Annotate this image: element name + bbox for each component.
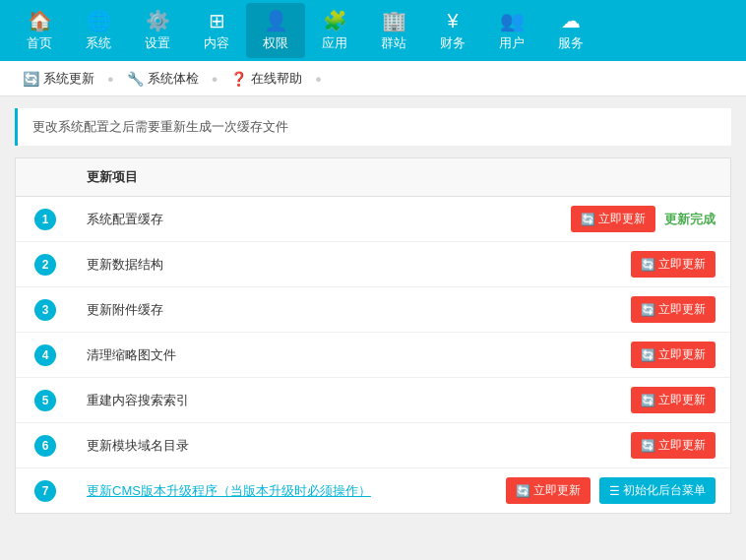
update-icon: 🔄 [581,213,595,226]
home-icon: 🏠 [28,9,52,32]
row-name-cell: 系统配置缓存 [75,197,446,242]
table-row: 4清理缩略图文件🔄 立即更新 [16,333,730,378]
row-name-cell: 更新数据结构 [75,242,446,287]
row-number: 1 [34,209,56,230]
row-name-link[interactable]: 更新CMS版本升级程序（当版本升级时必须操作） [87,483,371,498]
help-icon: ❓ [230,71,247,87]
subnav-sep-3: ● [315,73,322,85]
row-name-cell: 更新模块域名目录 [75,423,446,468]
row-num-cell: 7 [16,468,75,514]
user-icon: 👥 [500,9,525,32]
permission-icon: 👤 [264,9,288,32]
content-icon: ⊞ [209,9,225,32]
nav-finance[interactable]: ¥ 财务 [423,3,482,58]
menu-icon: ☰ [609,484,620,498]
col-action [446,158,730,197]
row-action-cell: 🔄 立即更新☰ 初始化后台菜单 [446,468,730,514]
row-number: 4 [34,344,56,366]
row-name-cell: 更新CMS版本升级程序（当版本升级时必须操作） [75,468,446,514]
subnav-online-help[interactable]: ❓ 在线帮助 [222,66,310,92]
row-num-cell: 5 [16,378,75,423]
row-number: 3 [34,299,56,321]
table-row: 3更新附件缓存🔄 立即更新 [16,287,730,333]
row-name-cell: 更新附件缓存 [75,287,446,333]
nav-service[interactable]: ☁ 服务 [541,3,600,58]
sub-nav: 🔄 系统更新 ● 🔧 系统体检 ● ❓ 在线帮助 ● [0,61,746,96]
finance-icon: ¥ [447,10,458,32]
row-number: 6 [34,435,56,457]
row-action-cell: 🔄 立即更新 [446,423,730,468]
app-icon: 🧩 [323,9,347,32]
system-icon: 🌐 [87,9,111,32]
row-action-cell: 🔄 立即更新 [446,378,730,423]
subnav-sep-2: ● [212,73,218,85]
update-icon: 🔄 [641,394,655,407]
nav-user[interactable]: 👥 用户 [482,3,541,58]
row-number: 7 [34,480,56,502]
row-action-cell: 🔄 立即更新 [446,242,730,287]
row-name-cell: 清理缩略图文件 [75,333,446,378]
update-icon: 🔄 [641,303,655,317]
update-icon: 🔄 [641,348,655,362]
subnav-sys-update[interactable]: 🔄 系统更新 [15,66,102,92]
nav-multisite[interactable]: 🏢 群站 [364,3,423,58]
alert-bar: 更改系统配置之后需要重新生成一次缓存文件 [15,108,731,146]
update-button[interactable]: 🔄 立即更新 [571,206,655,232]
action-buttons: 🔄 立即更新☰ 初始化后台菜单 [458,477,715,504]
nav-permission[interactable]: 👤 权限 [246,3,305,58]
init-button[interactable]: ☰ 初始化后台菜单 [599,477,715,504]
row-name-cell: 重建内容搜索索引 [75,378,446,423]
refresh-icon: 🔄 [23,71,39,87]
row-num-cell: 2 [16,242,75,287]
service-icon: ☁ [561,9,581,32]
nav-app[interactable]: 🧩 应用 [305,3,364,58]
nav-system[interactable]: 🌐 系统 [69,3,128,58]
update-button[interactable]: 🔄 立即更新 [506,477,591,504]
wrench-icon: 🔧 [127,71,144,87]
top-nav: 🏠 首页 🌐 系统 ⚙️ 设置 ⊞ 内容 👤 权限 🧩 应用 🏢 群站 ¥ 财务… [0,0,746,61]
subnav-sep-1: ● [107,73,114,85]
row-num-cell: 4 [16,333,75,378]
row-num-cell: 6 [16,423,75,468]
table-row: 5重建内容搜索索引🔄 立即更新 [16,378,730,423]
nav-home[interactable]: 🏠 首页 [10,3,69,58]
row-number: 2 [34,254,56,276]
action-buttons: 🔄 立即更新 [458,251,715,278]
nav-content[interactable]: ⊞ 内容 [187,3,246,58]
update-button[interactable]: 🔄 立即更新 [631,432,715,459]
settings-icon: ⚙️ [146,9,170,32]
col-num [16,158,75,197]
row-num-cell: 3 [16,287,75,333]
update-table: 更新项目 1系统配置缓存🔄 立即更新更新完成2更新数据结构🔄 立即更新3更新附件… [16,158,730,513]
row-action-cell: 🔄 立即更新 [446,333,730,378]
row-num-cell: 1 [16,197,75,242]
status-badge: 更新完成 [664,211,715,228]
update-button[interactable]: 🔄 立即更新 [631,342,715,368]
table-header-row: 更新项目 [16,158,730,197]
action-buttons: 🔄 立即更新更新完成 [458,206,715,232]
update-button[interactable]: 🔄 立即更新 [631,296,715,323]
action-buttons: 🔄 立即更新 [458,296,715,323]
subnav-sys-check[interactable]: 🔧 系统体检 [119,66,207,92]
nav-settings[interactable]: ⚙️ 设置 [128,3,187,58]
update-icon: 🔄 [641,258,655,272]
action-buttons: 🔄 立即更新 [458,432,715,459]
table-row: 2更新数据结构🔄 立即更新 [16,242,730,287]
table-row: 6更新模块域名目录🔄 立即更新 [16,423,730,468]
main-content: 更新项目 1系统配置缓存🔄 立即更新更新完成2更新数据结构🔄 立即更新3更新附件… [15,157,731,514]
update-button[interactable]: 🔄 立即更新 [631,251,715,278]
multisite-icon: 🏢 [382,9,406,32]
update-icon: 🔄 [516,484,530,498]
action-buttons: 🔄 立即更新 [458,387,715,413]
action-buttons: 🔄 立即更新 [458,342,715,368]
row-action-cell: 🔄 立即更新更新完成 [446,197,730,242]
col-name: 更新项目 [75,158,446,197]
table-row: 7更新CMS版本升级程序（当版本升级时必须操作）🔄 立即更新☰ 初始化后台菜单 [16,468,730,514]
row-number: 5 [34,390,56,411]
update-button[interactable]: 🔄 立即更新 [631,387,715,413]
row-action-cell: 🔄 立即更新 [446,287,730,333]
table-row: 1系统配置缓存🔄 立即更新更新完成 [16,197,730,242]
update-icon: 🔄 [641,439,655,453]
